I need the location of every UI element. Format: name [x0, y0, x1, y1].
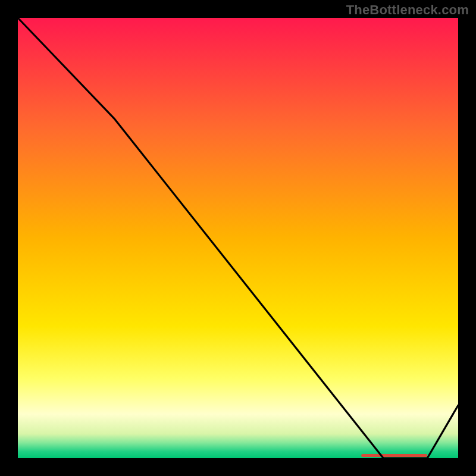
watermark-text: TheBottleneck.com	[346, 2, 469, 18]
chart-stage: TheBottleneck.com	[0, 0, 476, 476]
optimal-range-marker	[361, 454, 427, 457]
chart-canvas	[0, 0, 476, 476]
plot-background	[18, 18, 458, 458]
